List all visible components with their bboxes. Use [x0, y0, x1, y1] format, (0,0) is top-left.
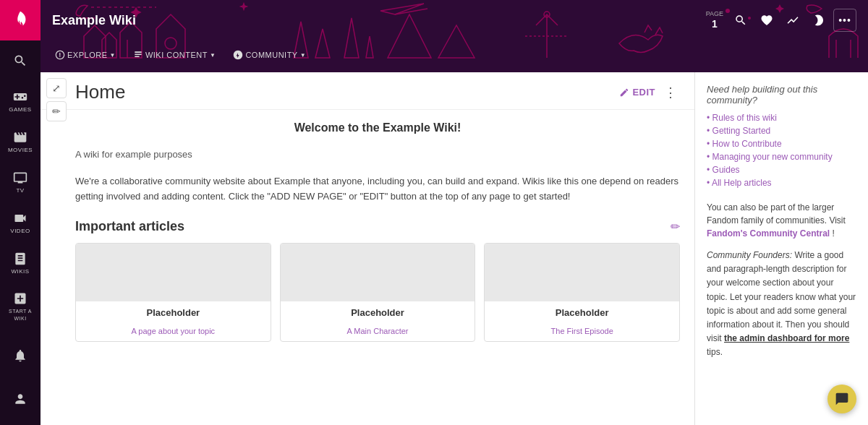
- community-label: COMMUNITY: [245, 51, 297, 59]
- edit-icon: [619, 87, 629, 98]
- bell-icon: [13, 348, 27, 363]
- explore-label: EXPLORE: [67, 51, 107, 59]
- sidebar-item-tv[interactable]: TV: [0, 162, 41, 202]
- article-welcome-text: Welcome to the Example Wiki!: [75, 121, 680, 134]
- more-options-button[interactable]: •••: [833, 9, 856, 32]
- search-nav-button[interactable]: [729, 9, 752, 32]
- sidebar-item-wikis[interactable]: WIKIS: [0, 243, 41, 283]
- article-header: Home EDIT ⋮: [41, 72, 694, 110]
- fandom-chat-button[interactable]: [827, 385, 856, 413]
- help-list: Rules of this wiki Getting Started How t…: [707, 111, 856, 189]
- community-text-2: !: [833, 228, 835, 239]
- sidebar-item-games[interactable]: GAMES: [0, 81, 41, 121]
- main-area: Example Wiki PAGE 1: [41, 0, 868, 425]
- content-row: ⤢ ✏ Home EDIT ⋮ Welcome to the Example W…: [41, 72, 868, 425]
- article-card-3-caption: The First Episode: [485, 324, 679, 341]
- article-description: We're a collaborative community website …: [75, 174, 680, 205]
- wiki-content-label: WIKI CONTENT: [145, 51, 208, 59]
- community-text: You can also be part of the larger Fando…: [707, 201, 856, 240]
- page-number: 1: [706, 18, 723, 30]
- help-link-2[interactable]: Getting Started: [707, 124, 856, 137]
- article-card-2-title: Placeholder: [281, 301, 475, 324]
- search-icon: [13, 53, 27, 68]
- article-card-1[interactable]: Placeholder A page about your topic: [75, 243, 271, 342]
- community-menu-item[interactable]: COMMUNITY ▼: [227, 47, 312, 63]
- page-label: PAGE: [706, 10, 723, 18]
- help-section: Need help building out this community? R…: [707, 84, 856, 189]
- community-icon: [233, 50, 243, 60]
- sidebar-item-movies[interactable]: MOVIES: [0, 121, 41, 162]
- explore-menu-item[interactable]: EXPLORE ▼: [49, 47, 122, 63]
- founders-section: Community Founders: Write a good and par…: [707, 249, 856, 360]
- sidebar-item-start-wiki[interactable]: START AWIKI: [0, 283, 41, 330]
- founders-prefix: Community Founders:: [707, 250, 792, 260]
- wikis-label: WIKIS: [11, 268, 29, 275]
- video-label: VIDEO: [10, 228, 30, 234]
- article-subtitle: A wiki for example purposes: [75, 149, 680, 160]
- chart-nav-button[interactable]: [781, 9, 804, 32]
- sidebar-item-video[interactable]: VIDEO: [0, 202, 41, 243]
- article-card-3-image: [485, 244, 679, 301]
- tv-icon: [13, 171, 27, 185]
- articles-grid: Placeholder A page about your topic Plac…: [75, 243, 680, 342]
- top-nav: Example Wiki PAGE 1: [41, 0, 868, 40]
- edit-articles-button[interactable]: ✏: [671, 220, 680, 233]
- article-card-2-caption: A Main Character: [281, 324, 475, 341]
- explore-icon: [55, 50, 65, 60]
- fandom-logo[interactable]: [0, 0, 41, 40]
- sidebar-bottom: [0, 335, 41, 425]
- edit-label: EDIT: [632, 87, 655, 98]
- article-card-1-image: [76, 244, 271, 301]
- article-card-2-image: [281, 244, 475, 301]
- moon-nav-button[interactable]: [807, 9, 830, 32]
- banner-content: Example Wiki PAGE 1: [41, 0, 868, 72]
- page-count: PAGE 1: [706, 10, 723, 30]
- important-articles-header: Important articles ✏: [75, 219, 680, 234]
- games-icon: [13, 90, 27, 104]
- community-chevron: ▼: [300, 52, 306, 59]
- help-link-5[interactable]: Guides: [707, 163, 856, 176]
- heart-icon: [760, 14, 773, 27]
- expand-button[interactable]: ⤢: [46, 78, 67, 98]
- admin-dashboard-link[interactable]: the admin dashboard for more: [724, 333, 849, 343]
- sidebar-item-notifications[interactable]: [0, 335, 41, 376]
- right-sidebar: Need help building out this community? R…: [694, 72, 868, 425]
- wiki-content-chevron: ▼: [210, 52, 216, 59]
- help-link-1[interactable]: Rules of this wiki: [707, 111, 856, 124]
- left-sidebar: GAMES MOVIES TV VIDEO WIKIS START AWIKI: [0, 0, 41, 425]
- help-link-4[interactable]: Managing your new community: [707, 150, 856, 163]
- article-more-button[interactable]: ⋮: [661, 85, 680, 100]
- wiki-content-menu-item[interactable]: WIKI CONTENT ▼: [127, 47, 221, 63]
- founders-text: Write a good and paragraph-length descri…: [707, 250, 856, 343]
- article-card-3[interactable]: Placeholder The First Episode: [484, 243, 680, 342]
- sidebar-item-search[interactable]: [0, 40, 41, 81]
- community-central-link[interactable]: Fandom's Community Central: [707, 228, 830, 239]
- explore-chevron: ▼: [109, 52, 115, 59]
- edit-button[interactable]: EDIT: [619, 87, 655, 98]
- help-link-6[interactable]: All Help articles: [707, 176, 856, 189]
- start-wiki-icon: [13, 291, 27, 306]
- article-header-actions: EDIT ⋮: [619, 85, 680, 100]
- founders-suffix: tips.: [707, 347, 723, 357]
- help-link-3[interactable]: How to Contribute: [707, 137, 856, 150]
- article-toolbar: ⤢ ✏: [46, 78, 67, 121]
- wiki-title: Example Wiki: [52, 13, 136, 28]
- tv-label: TV: [16, 187, 24, 194]
- help-title: Need help building out this community?: [707, 84, 856, 106]
- article-title: Home: [75, 81, 125, 103]
- wiki-content-icon: [133, 50, 143, 60]
- movies-label: MOVIES: [8, 147, 33, 153]
- moon-icon: [812, 14, 825, 27]
- important-articles-title: Important articles: [75, 219, 184, 234]
- top-nav-right: PAGE 1 •••: [706, 9, 856, 32]
- start-wiki-label: START AWIKI: [9, 308, 32, 321]
- heart-nav-button[interactable]: [755, 9, 778, 32]
- games-label: GAMES: [9, 106, 31, 113]
- profile-icon: [13, 392, 27, 406]
- article-card-3-title: Placeholder: [485, 301, 679, 324]
- sidebar-item-profile[interactable]: [0, 379, 41, 419]
- wikis-icon: [13, 252, 27, 266]
- article-card-2[interactable]: Placeholder A Main Character: [280, 243, 476, 342]
- article-card-1-title: Placeholder: [76, 301, 271, 324]
- pencil-tool-button[interactable]: ✏: [46, 101, 67, 121]
